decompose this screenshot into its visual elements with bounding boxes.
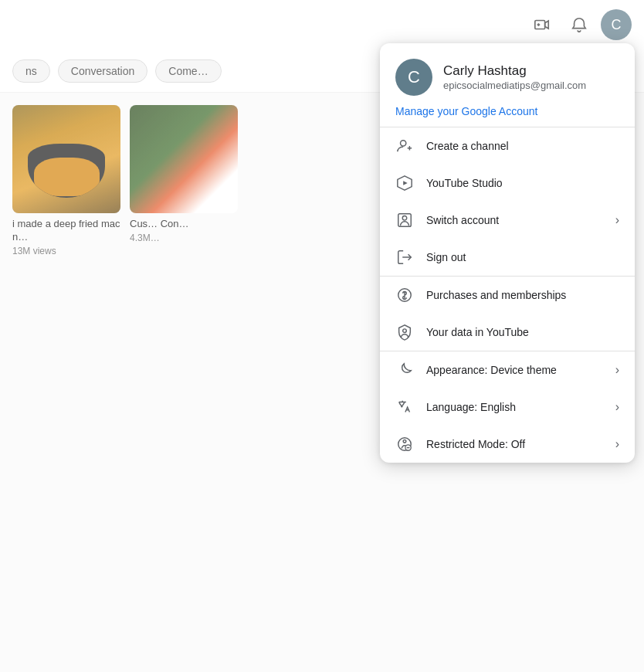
menu-item-restricted-mode[interactable]: Restricted Mode: Off › — [380, 426, 635, 463]
menu-label-your-data: Your data in YouTube — [426, 326, 619, 338]
menu-item-appearance[interactable]: Appearance: Device theme › — [380, 351, 635, 389]
profile-avatar: C — [395, 59, 432, 96]
menu-label-sign-out: Sign out — [426, 251, 619, 263]
menu-item-your-data[interactable]: Your data in YouTube — [380, 314, 635, 351]
account-dropdown: C Carly Hashtag epicsocialmediatips@gmai… — [380, 43, 635, 463]
svg-point-12 — [403, 329, 407, 333]
chevron-language: › — [615, 400, 619, 414]
profile-name: Carly Hashtag — [443, 63, 586, 79]
signout-icon — [395, 248, 414, 266]
menu-label-purchases: Purchases and memberships — [426, 289, 619, 301]
svg-marker-7 — [403, 181, 408, 185]
translate-icon — [395, 398, 414, 416]
manage-account-link[interactable]: Manage your Google Account — [395, 105, 537, 117]
svg-point-14 — [403, 440, 406, 443]
svg-point-9 — [402, 216, 407, 221]
menu-item-language[interactable]: Language: English › — [380, 389, 635, 426]
studio-icon — [395, 174, 414, 192]
dollar-icon — [395, 286, 414, 304]
menu-item-switch-account[interactable]: Switch account › — [380, 202, 635, 239]
chevron-switch-account: › — [615, 213, 619, 227]
switch-account-icon — [395, 211, 414, 229]
moon-icon — [395, 361, 414, 379]
shield-person-icon — [395, 323, 414, 341]
menu-label-appearance: Appearance: Device theme — [426, 364, 603, 376]
restricted-icon — [395, 435, 414, 453]
profile-section: C Carly Hashtag epicsocialmediatips@gmai… — [380, 43, 635, 127]
menu-item-purchases[interactable]: Purchases and memberships — [380, 277, 635, 314]
profile-row: C Carly Hashtag epicsocialmediatips@gmai… — [395, 59, 586, 96]
menu-item-sign-out[interactable]: Sign out — [380, 239, 635, 276]
menu-item-youtube-studio[interactable]: YouTube Studio — [380, 165, 635, 202]
svg-point-3 — [401, 141, 406, 146]
menu-item-create-channel[interactable]: Create a channel — [380, 127, 635, 165]
profile-email: epicsocialmediatips@gmail.com — [443, 80, 586, 91]
person-add-icon — [395, 137, 414, 155]
menu-label-restricted-mode: Restricted Mode: Off — [426, 438, 603, 450]
profile-info: Carly Hashtag epicsocialmediatips@gmail.… — [443, 63, 586, 91]
menu-label-youtube-studio: YouTube Studio — [426, 177, 619, 189]
chevron-appearance: › — [615, 363, 619, 377]
menu-label-switch-account: Switch account — [426, 214, 603, 226]
menu-label-create-channel: Create a channel — [426, 140, 619, 152]
menu-label-language: Language: English — [426, 401, 603, 413]
chevron-restricted-mode: › — [615, 437, 619, 451]
